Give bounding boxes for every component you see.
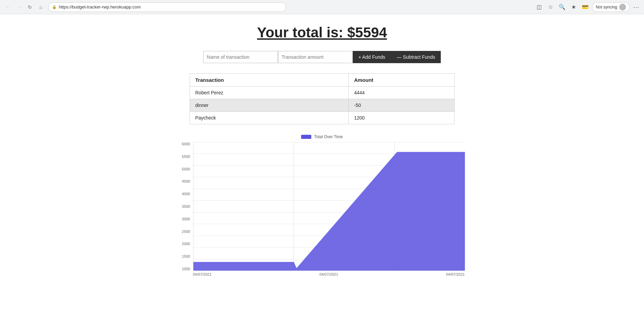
- y-axis-label: 2500: [182, 230, 190, 234]
- lock-icon: 🔒: [52, 5, 57, 9]
- url-text: https://budget-tracker-rwp.herokuapp.com: [59, 4, 141, 10]
- legend-label: Total Over Time: [314, 134, 343, 139]
- table-row: dinner-50: [190, 99, 454, 112]
- table-cell-amount: 1200: [348, 112, 454, 124]
- col-header-transaction: Transaction: [190, 74, 348, 87]
- y-axis-label: 4000: [182, 192, 190, 196]
- transaction-amount-input[interactable]: [278, 51, 353, 63]
- transaction-name-input[interactable]: [203, 51, 278, 63]
- favorites-button[interactable]: ☆: [546, 2, 555, 12]
- browser-chrome: ← → ↻ ⌂ 🔒 https://budget-tracker-rwp.her…: [0, 0, 644, 14]
- chart-container: Total Over Time 600055005000450040003500…: [179, 134, 465, 276]
- y-axis-label: 5500: [182, 154, 190, 159]
- collections-button[interactable]: 🔍: [557, 2, 567, 12]
- col-header-amount: Amount: [348, 74, 454, 87]
- not-syncing-label: Not syncing: [596, 5, 617, 10]
- x-axis-label: 04/07/2021: [446, 272, 465, 276]
- y-axis-label: 3000: [182, 217, 190, 221]
- forward-button[interactable]: →: [14, 2, 24, 12]
- y-axis: 6000550050004500400035003000250020001500…: [179, 142, 193, 271]
- y-axis-label: 2000: [182, 242, 190, 246]
- subtract-funds-button[interactable]: — Subtract Funds: [391, 51, 441, 63]
- table-row: Paycheck1200: [190, 112, 454, 124]
- page-content: Your total is: $5594 + Add Funds — Subtr…: [0, 14, 644, 311]
- chart-wrapper: 6000550050004500400035003000250020001500…: [179, 142, 465, 271]
- toolbar-right: ◫ ☆ 🔍 ★ 💳 Not syncing ⋯: [534, 2, 641, 12]
- input-row: + Add Funds — Subtract Funds: [203, 51, 441, 63]
- y-axis-label: 5000: [182, 167, 190, 171]
- table-row: Robert Perez4444: [190, 87, 454, 99]
- chart-legend: Total Over Time: [179, 134, 465, 139]
- address-bar[interactable]: 🔒 https://budget-tracker-rwp.herokuapp.c…: [48, 2, 286, 12]
- table-cell-transaction: Paycheck: [190, 112, 348, 124]
- table-cell-transaction: dinner: [190, 99, 348, 112]
- y-axis-label: 1000: [182, 267, 190, 271]
- y-axis-label: 1500: [182, 254, 190, 258]
- page-title: Your total is: $5594: [257, 24, 387, 41]
- home-button[interactable]: ⌂: [36, 2, 46, 12]
- profile-avatar: [619, 4, 626, 11]
- not-syncing-button[interactable]: Not syncing: [592, 2, 630, 12]
- add-funds-button[interactable]: + Add Funds: [353, 51, 391, 63]
- table-cell-transaction: Robert Perez: [190, 87, 348, 99]
- table-cell-amount: 4444: [348, 87, 454, 99]
- nav-buttons: ← → ↻ ⌂: [3, 2, 46, 12]
- back-button[interactable]: ←: [3, 2, 13, 12]
- x-axis: 04/07/202104/07/202104/07/2021: [179, 272, 465, 276]
- reload-button[interactable]: ↻: [25, 2, 35, 12]
- table-cell-amount: -50: [348, 99, 454, 112]
- extensions-button[interactable]: ◫: [534, 2, 544, 12]
- favorites-bar-button[interactable]: ★: [569, 2, 578, 12]
- chart-area: [193, 142, 465, 271]
- svg-marker-0: [193, 152, 465, 271]
- x-axis-label: 04/07/2021: [193, 272, 212, 276]
- browser-menu-button[interactable]: ⋯: [632, 2, 641, 12]
- browser-wallet-button[interactable]: 💳: [580, 2, 590, 12]
- y-axis-label: 3500: [182, 204, 190, 208]
- y-axis-label: 4500: [182, 179, 190, 183]
- x-axis-label: 04/07/2021: [319, 272, 338, 276]
- y-axis-label: 6000: [182, 142, 190, 146]
- transactions-table: Transaction Amount Robert Perez4444dinne…: [190, 73, 455, 124]
- legend-color-box: [301, 135, 311, 139]
